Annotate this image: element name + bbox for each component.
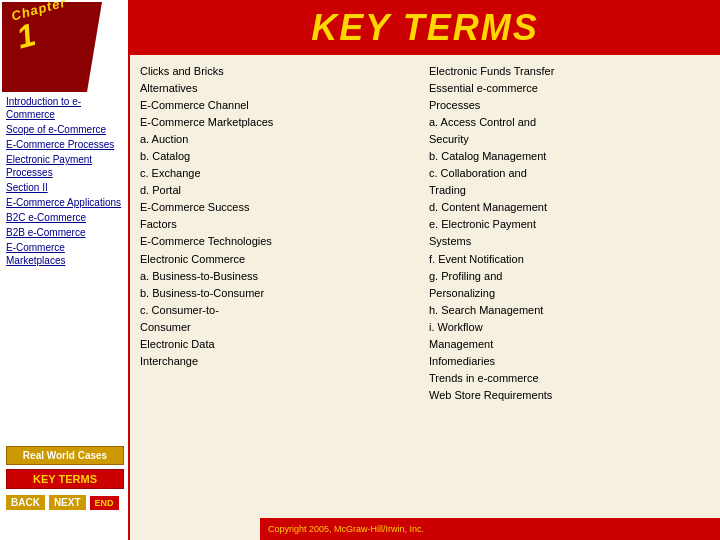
col2-item-19: Web Store Requirements bbox=[429, 387, 710, 404]
col1-item-11: Electronic Commerce bbox=[140, 251, 421, 268]
col1-item-17: Interchange bbox=[140, 353, 421, 370]
col2-item-4: Security bbox=[429, 131, 710, 148]
page-title: KEY TERMS bbox=[311, 7, 538, 49]
sidebar: Chapter 1 Introduction to e-Commerce Sco… bbox=[0, 0, 130, 540]
col2-item-0: Electronic Funds Transfer bbox=[429, 63, 710, 80]
sidebar-item-scope[interactable]: Scope of e-Commerce bbox=[6, 123, 124, 136]
col2-item-13: Personalizing bbox=[429, 285, 710, 302]
col1-item-3: E-Commerce Marketplaces bbox=[140, 114, 421, 131]
title-bar: KEY TERMS bbox=[130, 0, 720, 55]
col2-item-14: h. Search Management bbox=[429, 302, 710, 319]
col1-item-9: Factors bbox=[140, 216, 421, 233]
col1-item-10: E-Commerce Technologies bbox=[140, 233, 421, 250]
sidebar-item-applications[interactable]: E-Commerce Applications bbox=[6, 196, 124, 209]
col1-item-13: b. Business-to-Consumer bbox=[140, 285, 421, 302]
col2-item-9: e. Electronic Payment bbox=[429, 216, 710, 233]
col1-item-16: Electronic Data bbox=[140, 336, 421, 353]
col2-item-6: c. Collaboration and bbox=[429, 165, 710, 182]
col2-item-16: Management bbox=[429, 336, 710, 353]
col1-item-12: a. Business-to-Business bbox=[140, 268, 421, 285]
sidebar-item-intro[interactable]: Introduction to e-Commerce bbox=[6, 95, 124, 121]
sidebar-item-section2[interactable]: Section II bbox=[6, 181, 124, 194]
chapter-badge: Chapter 1 bbox=[2, 2, 102, 92]
main-content: KEY TERMS Clicks and Bricks Alternatives… bbox=[130, 0, 720, 540]
col2-item-18: Trends in e-commerce bbox=[429, 370, 710, 387]
col2-item-3: a. Access Control and bbox=[429, 114, 710, 131]
col1: Clicks and Bricks Alternatives E-Commerc… bbox=[140, 63, 421, 507]
col2-item-17: Infomediaries bbox=[429, 353, 710, 370]
sidebar-item-b2b[interactable]: B2B e-Commerce bbox=[6, 226, 124, 239]
col1-item-1: Alternatives bbox=[140, 80, 421, 97]
sidebar-item-processes[interactable]: E-Commerce Processes bbox=[6, 138, 124, 151]
col2-item-1: Essential e-commerce bbox=[429, 80, 710, 97]
end-button[interactable]: END bbox=[90, 496, 119, 510]
col2-item-5: b. Catalog Management bbox=[429, 148, 710, 165]
back-button[interactable]: BACK bbox=[6, 495, 45, 510]
col2-item-15: i. Workflow bbox=[429, 319, 710, 336]
content-body: Clicks and Bricks Alternatives E-Commerc… bbox=[130, 55, 720, 515]
col2-item-2: Processes bbox=[429, 97, 710, 114]
col1-item-15: Consumer bbox=[140, 319, 421, 336]
col1-item-0: Clicks and Bricks bbox=[140, 63, 421, 80]
sidebar-item-marketplaces[interactable]: E-Commerce Marketplaces bbox=[6, 241, 124, 267]
key-terms-button[interactable]: KEY TERMS bbox=[6, 469, 124, 489]
col1-item-4: a. Auction bbox=[140, 131, 421, 148]
col2: Electronic Funds Transfer Essential e-co… bbox=[429, 63, 710, 507]
sidebar-item-b2c[interactable]: B2C e-Commerce bbox=[6, 211, 124, 224]
col1-item-8: E-Commerce Success bbox=[140, 199, 421, 216]
sidebar-bottom: Real World Cases KEY TERMS BACK NEXT END bbox=[0, 446, 130, 510]
col2-item-11: f. Event Notification bbox=[429, 251, 710, 268]
col2-item-8: d. Content Management bbox=[429, 199, 710, 216]
real-world-button[interactable]: Real World Cases bbox=[6, 446, 124, 465]
col1-item-2: E-Commerce Channel bbox=[140, 97, 421, 114]
footer: Copyright 2005, McGraw-Hill/Irwin, Inc. … bbox=[260, 518, 720, 540]
col1-item-7: d. Portal bbox=[140, 182, 421, 199]
col2-item-12: g. Profiling and bbox=[429, 268, 710, 285]
sidebar-item-payment[interactable]: Electronic Payment Processes bbox=[6, 153, 124, 179]
col2-item-10: Systems bbox=[429, 233, 710, 250]
nav-row: BACK NEXT END bbox=[6, 495, 124, 510]
next-button[interactable]: NEXT bbox=[49, 495, 86, 510]
col1-item-14: c. Consumer-to- bbox=[140, 302, 421, 319]
col1-item-6: c. Exchange bbox=[140, 165, 421, 182]
col1-item-5: b. Catalog bbox=[140, 148, 421, 165]
footer-copyright: Copyright 2005, McGraw-Hill/Irwin, Inc. bbox=[268, 524, 424, 534]
col2-item-7: Trading bbox=[429, 182, 710, 199]
